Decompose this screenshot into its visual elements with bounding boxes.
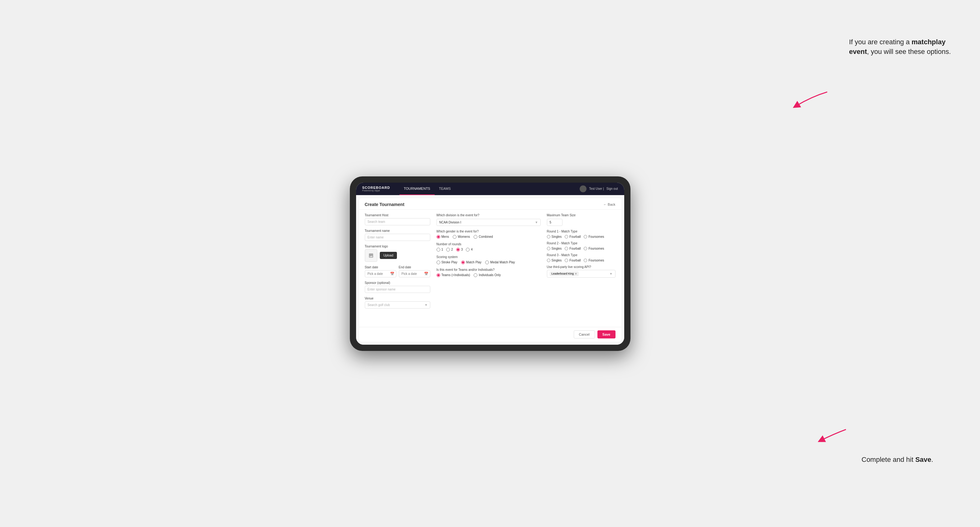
end-date-field: End date 📅	[399, 265, 430, 277]
nav-username: Test User |	[589, 187, 604, 190]
tag-close-icon[interactable]: ×	[575, 272, 577, 276]
round1-label: Round 1 - Match Type	[547, 230, 616, 233]
round1-foursomes[interactable]: Foursomes	[584, 235, 604, 238]
round3-singles[interactable]: Singles	[547, 259, 562, 262]
image-icon	[368, 253, 374, 258]
annotation-save-bold: Save	[915, 456, 931, 464]
form-container: Create Tournament ← Back Tournament Host…	[359, 198, 621, 341]
rounds-radio-group: 1 2 3	[436, 248, 541, 251]
leaderboard-king-tag: Leaderboard King ×	[550, 271, 579, 276]
round-4[interactable]: 4	[466, 248, 473, 251]
gender-womens[interactable]: Womens	[453, 235, 470, 239]
round3-foursomes[interactable]: Foursomes	[584, 259, 604, 262]
app-name: SCOREBOARD	[362, 186, 390, 189]
teams-with-individuals[interactable]: Teams (+Individuals)	[436, 273, 470, 277]
scoring-medal[interactable]: Medal Match Play	[485, 260, 515, 264]
round1-match-type: Round 1 - Match Type Singles Fourball	[547, 230, 616, 238]
form-header: Create Tournament ← Back	[359, 198, 621, 210]
annotation-save: Complete and hit Save.	[862, 455, 955, 465]
date-group: Start date 📅 End date	[365, 265, 430, 277]
division-group: Which division is the event for? NCAA Di…	[436, 213, 541, 226]
nav-links: TOURNAMENTS TEAMS	[399, 183, 580, 195]
round2-singles[interactable]: Singles	[547, 247, 562, 250]
start-date-wrapper: 📅	[365, 270, 396, 277]
gender-combined[interactable]: Combined	[474, 235, 493, 239]
gender-group: Which gender is the event for? Mens Wome…	[436, 230, 541, 239]
venue-label: Venue	[365, 297, 430, 300]
round2-label: Round 2 - Match Type	[547, 241, 616, 245]
multiselect-arrow: ▼	[609, 272, 613, 276]
start-date-field: Start date 📅	[365, 265, 396, 277]
max-team-size-label: Maximum Team Size	[547, 213, 616, 217]
form-title: Create Tournament	[365, 202, 404, 207]
third-party-group: Use third-party live scoring API? Leader…	[547, 265, 616, 278]
sponsor-label: Sponsor (optional)	[365, 281, 430, 284]
signout-link[interactable]: Sign out	[606, 187, 618, 190]
back-button[interactable]: ← Back	[603, 203, 616, 206]
date-row: Start date 📅 End date	[365, 265, 430, 277]
round2-foursomes[interactable]: Foursomes	[584, 247, 604, 250]
tablet-frame: SCOREBOARD Powered by clippit TOURNAMENT…	[350, 176, 630, 351]
sponsor-group: Sponsor (optional)	[365, 281, 430, 293]
third-party-label: Use third-party live scoring API?	[547, 265, 616, 269]
scoring-label: Scoring system	[436, 255, 541, 259]
round-1[interactable]: 1	[436, 248, 443, 251]
individuals-only[interactable]: Individuals Only	[474, 273, 501, 277]
round2-fourball[interactable]: Fourball	[565, 247, 581, 250]
gender-label: Which gender is the event for?	[436, 230, 541, 233]
upload-button[interactable]: Upload	[380, 252, 397, 259]
division-select[interactable]: NCAA Division I NCAA Division II NCAA Di…	[436, 219, 541, 226]
powered-by: Powered by clippit	[362, 189, 390, 192]
left-column: Tournament Host Tournament name Tourname…	[365, 213, 430, 323]
division-select-wrapper: NCAA Division I NCAA Division II NCAA Di…	[436, 219, 541, 226]
venue-group: Venue ▼	[365, 297, 430, 308]
third-party-select[interactable]: Leaderboard King × ▼	[547, 270, 616, 278]
sponsor-input[interactable]	[365, 286, 430, 293]
nav-teams[interactable]: TEAMS	[435, 183, 455, 195]
round-3[interactable]: 3	[456, 248, 463, 251]
tournament-name-group: Tournament name	[365, 229, 430, 241]
middle-column: Which division is the event for? NCAA Di…	[436, 213, 541, 323]
end-date-wrapper: 📅	[399, 270, 430, 277]
arrow-save	[818, 428, 849, 443]
main-content: Create Tournament ← Back Tournament Host…	[356, 195, 624, 345]
scoring-stroke[interactable]: Stroke Play	[436, 260, 457, 264]
tournament-logo-group: Tournament logo Upload	[365, 244, 430, 262]
tournament-host-input[interactable]	[365, 218, 430, 225]
scoring-radio-group: Stroke Play Match Play Medal Match Play	[436, 260, 541, 264]
round2-match-type: Round 2 - Match Type Singles Fourball	[547, 241, 616, 250]
tablet-screen: SCOREBOARD Powered by clippit TOURNAMENT…	[356, 183, 624, 345]
right-column: Maximum Team Size Round 1 - Match Type S…	[547, 213, 616, 323]
round1-singles[interactable]: Singles	[547, 235, 562, 238]
nav-logo: SCOREBOARD Powered by clippit	[362, 186, 390, 192]
tournament-name-input[interactable]	[365, 234, 430, 241]
calendar-icon-2: 📅	[424, 272, 428, 276]
round2-options: Singles Fourball Foursomes	[547, 247, 616, 250]
logo-upload-area: Upload	[365, 249, 430, 262]
cancel-button[interactable]: Cancel	[574, 330, 595, 338]
save-button[interactable]: Save	[597, 330, 616, 338]
round1-fourball[interactable]: Fourball	[565, 235, 581, 238]
round3-options: Singles Fourball Foursomes	[547, 259, 616, 262]
max-team-size-input[interactable]	[547, 219, 563, 226]
division-label: Which division is the event for?	[436, 213, 541, 217]
scoring-match[interactable]: Match Play	[461, 260, 481, 264]
venue-input[interactable]	[365, 302, 430, 308]
rounds-group: Number of rounds 1 2	[436, 243, 541, 251]
teams-label: Is this event for Teams and/or Individua…	[436, 268, 541, 271]
gender-mens[interactable]: Mens	[436, 235, 449, 239]
annotation-matchplay: If you are creating a matchplay event, y…	[849, 37, 955, 57]
end-date-label: End date	[399, 265, 430, 269]
annotation-matchplay-bold: matchplay event	[849, 38, 945, 56]
nav-right: Test User | Sign out	[580, 186, 618, 192]
start-date-label: Start date	[365, 265, 396, 269]
round-2[interactable]: 2	[446, 248, 453, 251]
gender-radio-group: Mens Womens Combined	[436, 235, 541, 239]
round3-fourball[interactable]: Fourball	[565, 259, 581, 262]
form-body: Tournament Host Tournament name Tourname…	[359, 210, 621, 327]
tournament-host-group: Tournament Host	[365, 213, 430, 225]
nav-tournaments[interactable]: TOURNAMENTS	[399, 183, 435, 195]
avatar	[580, 186, 587, 192]
round3-match-type: Round 3 - Match Type Singles Fourball	[547, 253, 616, 262]
tournament-name-label: Tournament name	[365, 229, 430, 232]
